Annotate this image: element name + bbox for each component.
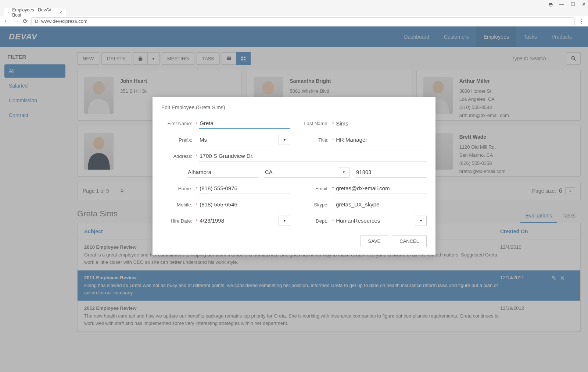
nav-back-icon[interactable]: ← <box>4 18 10 25</box>
save-button[interactable]: SAVE <box>361 235 388 247</box>
address-bar: ← → ⟳ 🗋 www.devexpress.com ⋮ <box>0 16 588 26</box>
first-name-input[interactable] <box>199 118 290 129</box>
label-prefix: Prefix: <box>161 137 194 143</box>
label-address: Address: <box>161 153 194 159</box>
modal-title: Edit Employee (Greta Sims) <box>161 104 427 110</box>
label-dept: Dept.: <box>298 218 331 224</box>
window-minimize[interactable]: — <box>559 1 564 7</box>
browser-menu-icon[interactable]: ⋮ <box>578 18 584 25</box>
skype-input[interactable] <box>335 199 427 210</box>
prefix-input[interactable] <box>199 134 276 145</box>
nav-reload-icon[interactable]: ⟳ <box>23 18 28 25</box>
last-name-input[interactable] <box>335 118 427 129</box>
label-hire-date: Hire Date: <box>161 218 194 224</box>
label-last-name: Last Name: <box>298 121 331 126</box>
browser-chrome: ◓ — ☐ ✕ ▫ Employees - DevAV Boot × ← → ⟳… <box>0 0 588 26</box>
label-first-name: First Name: <box>161 121 194 126</box>
label-home: Home: <box>161 186 194 191</box>
browser-tab[interactable]: ▫ Employees - DevAV Boot × <box>4 8 66 17</box>
url-text: www.devexpress.com <box>41 18 87 24</box>
edit-employee-modal: Edit Employee (Greta Sims) First Name:* … <box>153 97 435 255</box>
prefix-dropdown[interactable]: ▾ <box>279 135 290 145</box>
home-phone-input[interactable] <box>199 183 290 194</box>
window-close[interactable]: ✕ <box>582 1 586 7</box>
label-skype: Skype: <box>298 202 331 208</box>
modal-overlay[interactable]: Edit Employee (Greta Sims) First Name:* … <box>0 26 588 372</box>
state-dropdown[interactable]: ▾ <box>338 167 349 177</box>
address-input[interactable] <box>199 150 427 162</box>
tab-favicon: ▫ <box>8 10 9 15</box>
label-mobile: Mobile: <box>161 202 194 208</box>
hire-date-input[interactable] <box>199 215 276 226</box>
label-title: Title: <box>298 137 331 143</box>
window-maximize[interactable]: ☐ <box>571 1 575 7</box>
mobile-phone-input[interactable] <box>199 199 290 210</box>
page-icon: 🗋 <box>35 19 39 24</box>
title-input[interactable] <box>335 134 427 145</box>
nav-forward-icon: → <box>13 18 19 25</box>
url-input[interactable]: 🗋 www.devexpress.com <box>31 17 575 25</box>
cancel-button[interactable]: CANCEL <box>392 235 427 247</box>
tab-close-icon[interactable]: × <box>59 10 62 15</box>
city-input[interactable] <box>187 167 258 178</box>
zip-input[interactable] <box>355 167 427 178</box>
tab-title: Employees - DevAV Boot <box>12 7 56 18</box>
hire-date-dropdown[interactable]: ▾ <box>279 216 290 226</box>
dept-dropdown[interactable]: ▾ <box>415 216 427 226</box>
user-icon[interactable]: ◓ <box>549 1 553 7</box>
state-input[interactable] <box>264 167 336 177</box>
label-email: Email: <box>298 186 331 191</box>
dept-input[interactable] <box>335 215 413 226</box>
email-input[interactable] <box>335 183 427 194</box>
